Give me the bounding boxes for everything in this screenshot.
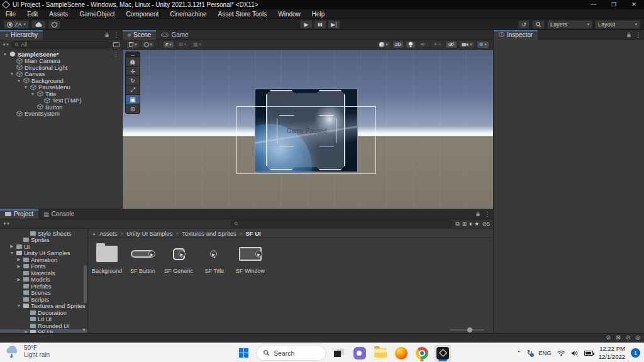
hierarchy-row-pausemenu[interactable]: ▼ PauseMenu — [0, 84, 122, 91]
grid-visibility-dropdown[interactable]: ▦▾ — [191, 41, 204, 48]
search-everywhere-button[interactable] — [532, 20, 545, 29]
hierarchy-search-input[interactable] — [21, 41, 108, 48]
expand-sprite-icon[interactable]: ▶ — [148, 251, 155, 258]
tool-handle-rotation-dropdown[interactable]: ▾ — [142, 41, 155, 48]
collapse-pane-icon[interactable]: ▲ — [92, 231, 96, 236]
tab-inspector[interactable]: ⓘ Inspector — [494, 30, 538, 40]
kebab-menu-icon[interactable]: ⋮ — [113, 31, 119, 38]
scene-picker-icon[interactable] — [113, 42, 119, 47]
tree-row-lit-ui[interactable]: Lit UI — [0, 316, 87, 323]
tree-row-textures-and-sprites[interactable]: ▼Textures and Sprites — [0, 303, 87, 310]
tree-row-materials[interactable]: Materials — [0, 270, 87, 277]
hierarchy-row-eventsystem[interactable]: EventSystem — [0, 111, 122, 118]
breadcrumb-assets[interactable]: Assets — [99, 230, 118, 237]
menu-help[interactable]: Help — [306, 9, 331, 19]
notification-badge[interactable]: 1 — [631, 348, 640, 358]
scene-viewport[interactable]: Game Paused ▬ ✛ ↻ ⤢ ▣ ⊕ — [123, 50, 493, 209]
scroll-down-icon[interactable]: ▼ — [82, 327, 86, 332]
step-button[interactable]: ▶| — [328, 20, 340, 29]
rotate-tool-button[interactable]: ↻ — [126, 75, 140, 85]
expand-sprite-icon[interactable]: ▶ — [179, 251, 186, 258]
slider-knob[interactable] — [467, 327, 472, 332]
expander-open-icon[interactable]: ▼ — [9, 72, 14, 76]
background-tasks-icon[interactable]: ⊘ — [626, 334, 631, 341]
menu-window[interactable]: Window — [272, 9, 306, 19]
cache-status-icon[interactable]: ⊠ — [616, 334, 621, 341]
tree-row-ui[interactable]: ▶UI — [0, 243, 87, 250]
tree-row-rounded-ui[interactable]: Rounded UI — [0, 322, 87, 329]
expander-open-icon[interactable]: ▼ — [3, 52, 8, 57]
lock-icon[interactable] — [626, 32, 631, 38]
menu-component[interactable]: Component — [121, 9, 165, 19]
weather-widget[interactable]: 50°F Light rain — [5, 344, 50, 358]
onedrive-sync-icon[interactable]: ↻ — [527, 349, 533, 357]
create-asset-button[interactable]: +▾ — [3, 221, 9, 227]
hierarchy-row-title[interactable]: ▼ Title — [0, 90, 122, 97]
tree-row-sprites[interactable]: Sprites — [0, 237, 87, 244]
rect-tool-button[interactable]: ▣ — [126, 94, 140, 104]
file-explorer-button[interactable] — [372, 345, 389, 361]
hand-tool-button[interactable] — [126, 57, 140, 66]
project-search-field[interactable] — [231, 220, 453, 228]
snap-increment-dropdown[interactable]: ⊞▾ — [176, 41, 189, 48]
shading-mode-dropdown[interactable]: ▾ — [377, 41, 391, 48]
audio-toggle[interactable] — [418, 41, 429, 48]
hierarchy-row-canvas[interactable]: ▼ Canvas — [0, 71, 122, 78]
tab-hierarchy[interactable]: ≡ Hierarchy — [0, 30, 43, 40]
thumbnail-zoom-slider[interactable] — [450, 329, 484, 331]
breadcrumb-textures-and-sprites[interactable]: Textures and Sprites — [182, 230, 236, 237]
open-in-search-icon[interactable]: ⧉ — [455, 221, 459, 228]
language-indicator[interactable]: ENG — [538, 349, 552, 356]
menu-file[interactable]: File — [0, 9, 21, 19]
battery-icon[interactable] — [584, 351, 593, 356]
tasks-complete-icon[interactable]: ◎ — [635, 334, 640, 341]
tab-console[interactable]: ▤ Console — [38, 209, 79, 219]
firefox-button[interactable] — [393, 345, 409, 361]
breadcrumb-sf-ui[interactable]: SF UI — [245, 230, 260, 237]
tree-row-unity-ui-samples[interactable]: ▼Unity UI Samples — [0, 250, 87, 257]
expander-open-icon[interactable]: ▼ — [16, 79, 21, 83]
tool-handle-position-dropdown[interactable]: ▾ — [126, 41, 140, 48]
chrome-button[interactable] — [414, 345, 430, 361]
expander-closed-icon[interactable]: ▶ — [16, 264, 21, 269]
tray-overflow-chevron-icon[interactable]: ⌃ — [516, 350, 521, 356]
tree-row-scenes[interactable]: Scenes — [0, 290, 87, 297]
tree-row-animation[interactable]: ▶Animation — [0, 256, 87, 263]
tree-row-models[interactable]: ▶Models — [0, 277, 87, 283]
search-by-type-icon[interactable]: ⊞ — [462, 221, 467, 227]
asset-sf-button-sprite[interactable]: ▶ SF Button — [128, 243, 158, 274]
create-object-button[interactable]: +▾ — [3, 41, 9, 48]
version-control-button[interactable] — [48, 20, 60, 29]
expander-open-icon[interactable]: ▼ — [30, 92, 35, 96]
tab-scene[interactable]: # Scene — [123, 30, 156, 40]
scene-lighting-toggle[interactable] — [406, 41, 416, 48]
gizmos-dropdown[interactable]: ⊕▾ — [477, 41, 489, 48]
maximize-button[interactable]: ❐ — [604, 0, 624, 9]
notifications-muted-icon[interactable]: ⊘ — [606, 334, 611, 341]
hidden-packages-toggle[interactable]: ⊘5 — [482, 221, 490, 227]
camera-settings-dropdown[interactable]: ▾ — [459, 41, 475, 48]
move-tool-button[interactable]: ✛ — [126, 66, 140, 75]
breadcrumb-unity-ui-samples[interactable]: Unity UI Samples — [126, 230, 172, 237]
asset-sf-generic-sprite[interactable]: ▶ SF Generic — [164, 243, 194, 274]
expand-sprite-icon[interactable]: ▶ — [210, 251, 217, 258]
hierarchy-search-field[interactable] — [11, 41, 111, 48]
transform-tool-button[interactable]: ⊕ — [126, 104, 140, 113]
layers-dropdown[interactable]: Layers ▾ — [547, 20, 592, 29]
wifi-icon[interactable] — [557, 350, 565, 356]
minimize-button[interactable]: — — [584, 0, 604, 9]
task-view-button[interactable] — [331, 345, 347, 361]
taskbar-search[interactable]: Search — [256, 346, 326, 361]
tree-row-fonts[interactable]: ▶Fonts — [0, 263, 87, 270]
unity-hub-button[interactable] — [435, 345, 451, 361]
lock-icon[interactable] — [104, 32, 109, 38]
tab-project[interactable]: Project — [0, 209, 38, 219]
clock[interactable]: 12:22 PM 12/1/2022 — [599, 345, 625, 361]
tree-row-prefabs[interactable]: Prefabs — [0, 283, 87, 290]
undo-history-button[interactable]: ↺ — [518, 20, 530, 29]
start-button[interactable] — [235, 345, 252, 361]
tab-game[interactable]: Game — [156, 30, 193, 40]
pause-button[interactable]: ▮▮ — [314, 20, 326, 29]
account-dropdown[interactable]: ZA ▾ — [4, 20, 29, 29]
asset-background-folder[interactable]: Background — [92, 243, 122, 274]
